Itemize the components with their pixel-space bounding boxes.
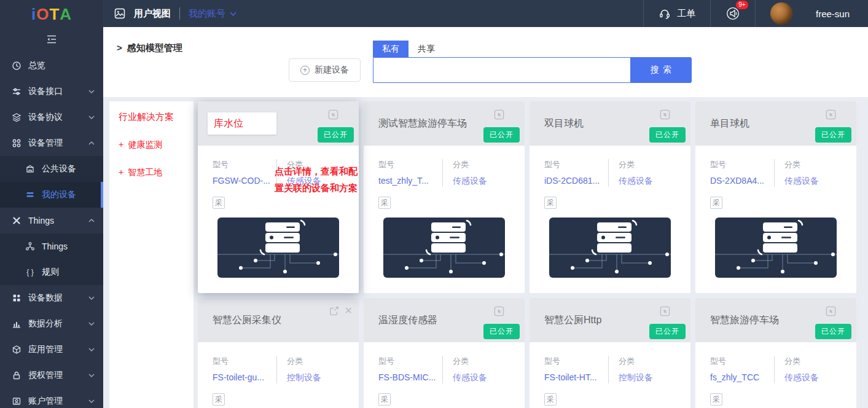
device-name: 测试智慧旅游停车场 [378,117,467,130]
sidebar-item-app-management[interactable]: 应用管理 [0,337,103,363]
status-badge: 已公开 [815,127,851,143]
model-link[interactable]: FGSW-COD-... [213,176,276,186]
category-link[interactable]: 传感设备 [619,176,653,187]
sidebar-item-rules[interactable]: { } 规则 [0,259,103,285]
my-account-menu[interactable]: 我的账号 [189,8,237,20]
avatar[interactable] [770,2,792,25]
device-card[interactable]: 智慧公厕采集仪 ✕ 型号 FS-toilet-gu... 分类 控制设备 [198,298,359,408]
select-cursor-icon[interactable] [493,305,505,317]
breadcrumb-arrow: > [117,42,122,54]
sidebar-item-label: 总览 [28,60,45,71]
device-illustration [383,218,505,278]
model-link[interactable]: FS-toilet-gu... [213,372,276,382]
device-card-grid: 已公开 型号 FGSW-COD-... 分类 传感设备 采 点击详情，查看和配置… [198,101,856,408]
solution-item-health[interactable]: + 健康监测 [119,139,194,151]
chevron-down-icon [88,348,95,351]
profile-area: free-sun [755,0,868,27]
search-button[interactable]: 搜索 [630,57,692,83]
main-content: 行业解决方案 + 健康监测 + 智慧工地 已公开 型号 FGSW-COD-... [103,97,868,408]
device-card[interactable]: 已公开 型号 FGSW-COD-... 分类 传感设备 采 点击详情，查看和配置… [198,101,359,293]
sidebar-item-label: 设备数据 [28,292,63,304]
select-cursor-icon[interactable] [825,109,837,120]
device-name-input[interactable] [208,112,276,135]
workspace-image-icon[interactable] [114,8,125,19]
solution-item-site[interactable]: + 智慧工地 [119,167,194,178]
sidebar-item-label: 账户管理 [28,396,63,407]
category-link[interactable]: 传感设备 [784,372,819,383]
data-analysis-icon [11,319,22,329]
device-card[interactable]: 双目球机 已公开 型号 iDS-2CD681... 分类 传感设备 采 [530,101,690,293]
sidebar-item-my-devices[interactable]: 我的设备 [0,182,103,208]
category-link[interactable]: 控制设备 [619,372,653,383]
iota-logo: i O T A [0,0,103,28]
model-label: 型号 [710,356,774,367]
overview-icon [11,61,22,71]
tab-shared[interactable]: 共享 [409,41,444,57]
sidebar-item-device-management[interactable]: 设备管理 [0,130,103,156]
sidebar-item-account-management[interactable]: 账户管理 [0,388,103,408]
device-card[interactable]: 智慧公厕Http 已公开 型号 FS-toilet-HT... 分类 控制设备 … [530,298,690,408]
device-name: 双目球机 [544,117,584,130]
sidebar-item-device-data[interactable]: 设备数据 [0,285,103,311]
collect-badge: 采 [710,393,722,406]
model-link[interactable]: FS-BDS-MIC... [378,372,442,382]
select-cursor-icon[interactable] [327,109,339,120]
solutions-title: 行业解决方案 [119,111,194,123]
select-cursor-icon[interactable] [659,109,671,120]
user-view-menu[interactable]: 用户视图 [134,8,171,20]
status-badge: 已公开 [649,324,686,339]
device-card[interactable]: 智慧旅游停车场 已公开 型号 fs_zhly_TCC 分类 传感设备 采 [695,298,856,408]
device-card[interactable]: 温湿度传感器 已公开 型号 FS-BDS-MIC... 分类 传感设备 采 [364,298,525,408]
sidebar-item-label: 应用管理 [28,344,63,355]
category-link[interactable]: 传感设备 [784,176,819,187]
sidebar-item-things[interactable]: Things [0,208,103,233]
tab-private[interactable]: 私有 [373,41,409,57]
notification-count-badge: 9+ [736,1,748,9]
model-link[interactable]: iDS-2CD681... [544,176,608,186]
device-card[interactable]: 单目球机 已公开 型号 DS-2XD8A4... 分类 传感设备 采 [695,101,856,293]
search-input[interactable] [373,57,630,83]
category-label: 分类 [784,159,819,170]
username[interactable]: free-sun [816,9,868,19]
category-link[interactable]: 传感设备 [453,372,487,383]
category-link[interactable]: 控制设备 [287,372,321,383]
model-link[interactable]: FS-toilet-HT... [544,372,608,382]
notifications-button[interactable]: 9+ [710,0,755,27]
select-cursor-icon[interactable] [659,305,671,317]
model-link[interactable]: test_zhly_T... [378,176,442,186]
collect-badge: 采 [378,393,391,406]
share-icon[interactable] [329,305,340,316]
sidebar-item-label: 我的设备 [42,189,76,200]
chevron-up-icon [88,141,95,145]
sidebar-item-overview[interactable]: 总览 [0,53,103,79]
sidebar-item-public-devices[interactable]: 公共设备 [0,156,103,182]
public-devices-icon [25,164,36,174]
sidebar-item-auth-management[interactable]: 授权管理 [0,363,103,388]
device-name: 单目球机 [710,117,749,130]
work-order-button[interactable]: 工单 [643,0,710,27]
logo-letter: A [60,5,72,24]
logo-letter: T [49,5,60,24]
category-link[interactable]: 传感设备 [453,176,487,187]
menu-fold-icon[interactable] [46,35,57,46]
sidebar-item-data-analysis[interactable]: 数据分析 [0,311,103,337]
status-badge: 已公开 [815,324,851,339]
category-label: 分类 [453,159,487,170]
sidebar-item-things-sub[interactable]: Things [0,233,103,259]
divider [179,7,180,20]
chevron-down-icon [88,116,95,119]
close-icon[interactable]: ✕ [345,306,353,316]
sidebar-item-device-protocol[interactable]: 设备协议 [0,104,103,130]
select-cursor-icon[interactable] [493,109,505,120]
select-cursor-icon[interactable] [825,305,837,317]
device-card[interactable]: 测试智慧旅游停车场 已公开 型号 test_zhly_T... 分类 传感设备 … [364,101,525,293]
model-link[interactable]: fs_zhly_TCC [710,372,774,382]
category-label: 分类 [619,159,653,170]
lock-icon [11,371,22,380]
new-device-button[interactable]: + 新建设备 [289,58,361,82]
sidebar: i O T A 总览 设备接口 设备协议 设备管理 公共设备 我的设备 Th [0,0,103,408]
model-link[interactable]: DS-2XD8A4... [710,176,774,186]
sidebar-item-device-interface[interactable]: 设备接口 [0,79,103,104]
logo-letter: i [31,5,36,24]
sidebar-item-label: 公共设备 [42,163,76,175]
